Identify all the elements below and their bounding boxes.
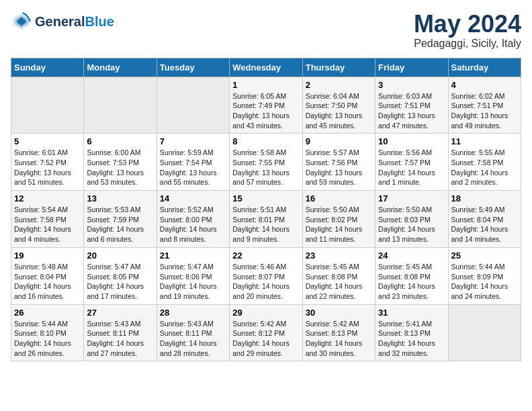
day-number: 18 (451, 193, 518, 203)
day-info: Sunrise: 5:45 AM Sunset: 8:08 PM Dayligh… (378, 262, 445, 302)
day-info: Sunrise: 6:02 AM Sunset: 7:51 PM Dayligh… (451, 91, 518, 131)
page-header: GeneralBlue May 2024 Pedagaggi, Sicily, … (11, 11, 521, 50)
day-number: 2 (306, 80, 372, 90)
day-number: 17 (378, 193, 445, 203)
title-block: May 2024 Pedagaggi, Sicily, Italy (414, 11, 521, 50)
calendar-cell: 6Sunrise: 6:00 AM Sunset: 7:53 PM Daylig… (84, 134, 157, 191)
calendar-cell: 17Sunrise: 5:50 AM Sunset: 8:03 PM Dayli… (375, 191, 448, 248)
day-number: 30 (306, 308, 372, 318)
day-number: 1 (232, 80, 299, 90)
day-info: Sunrise: 5:45 AM Sunset: 8:08 PM Dayligh… (306, 262, 372, 302)
calendar-cell: 7Sunrise: 5:59 AM Sunset: 7:54 PM Daylig… (157, 134, 229, 191)
logo: GeneralBlue (11, 11, 114, 32)
day-number: 14 (160, 193, 226, 203)
day-info: Sunrise: 5:48 AM Sunset: 8:04 PM Dayligh… (14, 262, 81, 302)
calendar-cell: 31Sunrise: 5:41 AM Sunset: 8:13 PM Dayli… (375, 304, 448, 361)
calendar-cell: 24Sunrise: 5:45 AM Sunset: 8:08 PM Dayli… (375, 247, 448, 304)
calendar-cell: 15Sunrise: 5:51 AM Sunset: 8:01 PM Dayli… (230, 191, 302, 248)
location: Pedagaggi, Sicily, Italy (414, 38, 521, 50)
day-number: 8 (232, 136, 299, 146)
calendar-cell: 29Sunrise: 5:42 AM Sunset: 8:12 PM Dayli… (230, 304, 302, 361)
calendar-week-row: 19Sunrise: 5:48 AM Sunset: 8:04 PM Dayli… (11, 247, 521, 304)
day-number: 19 (14, 250, 81, 261)
calendar-week-row: 1Sunrise: 6:05 AM Sunset: 7:49 PM Daylig… (11, 77, 521, 134)
day-info: Sunrise: 5:53 AM Sunset: 7:59 PM Dayligh… (87, 205, 153, 244)
day-info: Sunrise: 6:04 AM Sunset: 7:50 PM Dayligh… (306, 91, 372, 131)
calendar-cell: 10Sunrise: 5:56 AM Sunset: 7:57 PM Dayli… (375, 134, 448, 191)
day-info: Sunrise: 5:47 AM Sunset: 8:06 PM Dayligh… (160, 262, 226, 302)
column-header-thursday: Thursday (302, 58, 375, 77)
calendar-cell (11, 77, 84, 134)
day-number: 5 (14, 136, 81, 146)
day-number: 31 (378, 308, 445, 318)
calendar-week-row: 26Sunrise: 5:44 AM Sunset: 8:10 PM Dayli… (11, 304, 521, 361)
day-number: 27 (87, 308, 153, 318)
column-header-friday: Friday (375, 58, 448, 77)
calendar-cell: 20Sunrise: 5:47 AM Sunset: 8:05 PM Dayli… (84, 247, 157, 304)
day-info: Sunrise: 5:54 AM Sunset: 7:58 PM Dayligh… (14, 205, 81, 244)
day-number: 11 (451, 136, 518, 146)
column-header-wednesday: Wednesday (230, 58, 302, 77)
day-number: 6 (87, 136, 153, 146)
day-number: 29 (232, 308, 299, 318)
day-number: 9 (306, 136, 372, 146)
day-info: Sunrise: 5:50 AM Sunset: 8:03 PM Dayligh… (378, 205, 445, 244)
calendar-table: SundayMondayTuesdayWednesdayThursdayFrid… (11, 58, 521, 362)
day-info: Sunrise: 6:03 AM Sunset: 7:51 PM Dayligh… (378, 91, 445, 131)
calendar-cell (84, 77, 157, 134)
calendar-cell: 23Sunrise: 5:45 AM Sunset: 8:08 PM Dayli… (302, 247, 375, 304)
day-number: 28 (160, 308, 226, 318)
day-number: 7 (160, 136, 226, 146)
day-number: 20 (87, 250, 153, 261)
day-info: Sunrise: 5:52 AM Sunset: 8:00 PM Dayligh… (160, 205, 226, 244)
day-info: Sunrise: 5:41 AM Sunset: 8:13 PM Dayligh… (378, 319, 445, 359)
day-info: Sunrise: 5:43 AM Sunset: 8:11 PM Dayligh… (87, 319, 153, 359)
calendar-cell: 9Sunrise: 5:57 AM Sunset: 7:56 PM Daylig… (302, 134, 375, 191)
day-info: Sunrise: 5:56 AM Sunset: 7:57 PM Dayligh… (378, 148, 445, 187)
day-number: 16 (306, 193, 372, 203)
column-header-sunday: Sunday (11, 58, 84, 77)
day-number: 21 (160, 250, 226, 261)
day-number: 22 (232, 250, 299, 261)
calendar-cell: 27Sunrise: 5:43 AM Sunset: 8:11 PM Dayli… (84, 304, 157, 361)
calendar-cell (448, 304, 521, 361)
day-info: Sunrise: 5:43 AM Sunset: 8:11 PM Dayligh… (160, 319, 226, 359)
logo-text: GeneralBlue (35, 14, 114, 30)
calendar-cell: 3Sunrise: 6:03 AM Sunset: 7:51 PM Daylig… (375, 77, 448, 134)
calendar-cell: 30Sunrise: 5:42 AM Sunset: 8:13 PM Dayli… (302, 304, 375, 361)
day-info: Sunrise: 5:49 AM Sunset: 8:04 PM Dayligh… (451, 205, 518, 244)
month-title: May 2024 (414, 11, 521, 38)
calendar-cell: 19Sunrise: 5:48 AM Sunset: 8:04 PM Dayli… (11, 247, 84, 304)
day-info: Sunrise: 6:01 AM Sunset: 7:52 PM Dayligh… (14, 148, 81, 187)
day-info: Sunrise: 5:47 AM Sunset: 8:05 PM Dayligh… (87, 262, 153, 302)
day-number: 15 (232, 193, 299, 203)
day-info: Sunrise: 6:00 AM Sunset: 7:53 PM Dayligh… (87, 148, 153, 187)
column-header-tuesday: Tuesday (157, 58, 229, 77)
calendar-cell (157, 77, 229, 134)
day-number: 4 (451, 80, 518, 90)
calendar-week-row: 5Sunrise: 6:01 AM Sunset: 7:52 PM Daylig… (11, 134, 521, 191)
calendar-cell: 12Sunrise: 5:54 AM Sunset: 7:58 PM Dayli… (11, 191, 84, 248)
column-header-monday: Monday (84, 58, 157, 77)
day-info: Sunrise: 6:05 AM Sunset: 7:49 PM Dayligh… (232, 91, 299, 131)
calendar-cell: 13Sunrise: 5:53 AM Sunset: 7:59 PM Dayli… (84, 191, 157, 248)
day-number: 24 (378, 250, 445, 261)
calendar-header-row: SundayMondayTuesdayWednesdayThursdayFrid… (11, 58, 521, 77)
day-info: Sunrise: 5:51 AM Sunset: 8:01 PM Dayligh… (232, 205, 299, 244)
column-header-saturday: Saturday (448, 58, 521, 77)
day-number: 25 (451, 250, 518, 261)
day-info: Sunrise: 5:44 AM Sunset: 8:09 PM Dayligh… (451, 262, 518, 302)
calendar-cell: 14Sunrise: 5:52 AM Sunset: 8:00 PM Dayli… (157, 191, 229, 248)
day-info: Sunrise: 5:59 AM Sunset: 7:54 PM Dayligh… (160, 148, 226, 187)
day-info: Sunrise: 5:50 AM Sunset: 8:02 PM Dayligh… (306, 205, 372, 244)
day-info: Sunrise: 5:42 AM Sunset: 8:13 PM Dayligh… (306, 319, 372, 359)
day-info: Sunrise: 5:46 AM Sunset: 8:07 PM Dayligh… (232, 262, 299, 302)
day-number: 26 (14, 308, 81, 318)
day-number: 3 (378, 80, 445, 90)
day-number: 10 (378, 136, 445, 146)
calendar-cell: 1Sunrise: 6:05 AM Sunset: 7:49 PM Daylig… (230, 77, 302, 134)
logo-icon (11, 11, 32, 32)
calendar-cell: 25Sunrise: 5:44 AM Sunset: 8:09 PM Dayli… (448, 247, 521, 304)
calendar-cell: 2Sunrise: 6:04 AM Sunset: 7:50 PM Daylig… (302, 77, 375, 134)
calendar-cell: 28Sunrise: 5:43 AM Sunset: 8:11 PM Dayli… (157, 304, 229, 361)
